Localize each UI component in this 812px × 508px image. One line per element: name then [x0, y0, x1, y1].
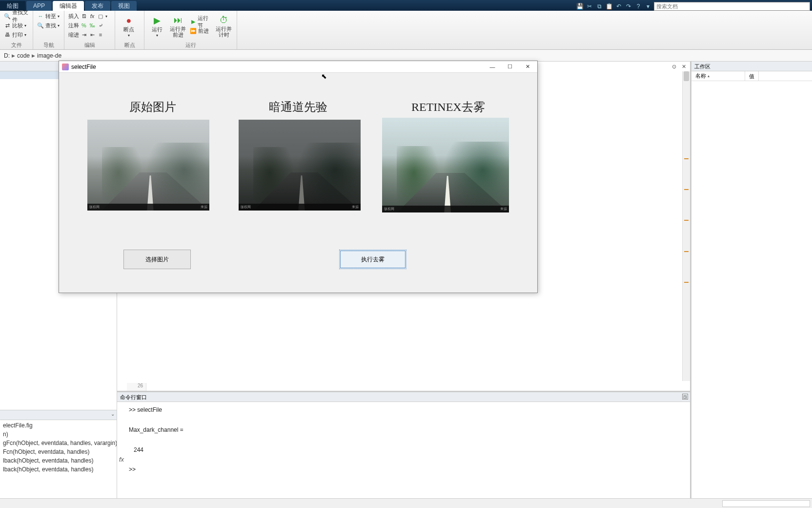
- find-files-button[interactable]: 🔍查找文件: [3, 12, 30, 21]
- chevron-right-icon: ▶: [12, 53, 15, 58]
- copy-icon[interactable]: ⧉: [595, 2, 603, 10]
- image-original: 版权网来源: [87, 120, 209, 211]
- workspace-panel: 工作区 名称▴ 值: [690, 62, 812, 508]
- uncomment-icon[interactable]: ‰: [89, 22, 96, 29]
- figure-content: 原始图片 暗通道先验 RETINEX去雾 版权网来源 版权网来源 版权网来源 选…: [59, 73, 537, 293]
- tab-app[interactable]: APP: [26, 1, 52, 11]
- path-seg-0[interactable]: D:: [4, 52, 10, 59]
- tab-publish[interactable]: 发布: [85, 1, 110, 11]
- popout-icon[interactable]: ◳: [682, 394, 688, 400]
- cut-icon[interactable]: ✂: [586, 2, 593, 10]
- watermark: 来源: [201, 205, 207, 210]
- command-window: 命令行窗口◳ >> selectFile Max_dark_channel = …: [117, 391, 690, 508]
- run-advance-label: 运行并 前进: [170, 26, 186, 38]
- editor-popout-icon[interactable]: ⊙: [670, 63, 677, 70]
- insert-pic-icon[interactable]: 🖻: [81, 13, 87, 20]
- insert-button[interactable]: 插入 🖻 fx ▢▾: [67, 12, 108, 21]
- scrollbar-thumb[interactable]: [684, 71, 689, 81]
- chevron-down-icon[interactable]: ⌄: [111, 411, 115, 417]
- outline-item[interactable]: Fcn(hObject, eventdata, handles): [0, 447, 117, 456]
- print-button[interactable]: 🖶打印▾: [3, 30, 30, 39]
- tab-editor[interactable]: 编辑器: [53, 1, 84, 11]
- command-window-header: 命令行窗口◳: [117, 392, 690, 402]
- redo-icon[interactable]: ↷: [625, 2, 632, 10]
- indent-left-icon[interactable]: ⇤: [89, 31, 96, 38]
- editor-close-icon[interactable]: ✕: [680, 63, 687, 70]
- tab-view[interactable]: 视图: [111, 1, 137, 11]
- subplot-title-3: RETINEX去雾: [411, 99, 485, 115]
- smart-indent-icon[interactable]: ≡: [97, 31, 104, 38]
- command-window-body[interactable]: >> selectFile Max_dark_channel = 244 fx …: [117, 402, 690, 508]
- status-bar: [0, 498, 812, 508]
- workspace-col-value[interactable]: 值: [745, 71, 759, 81]
- print-label: 打印: [12, 31, 23, 39]
- run-label: 运行: [152, 26, 162, 33]
- help-icon[interactable]: ?: [634, 2, 642, 10]
- indent-label: 缩进: [68, 31, 79, 39]
- figure-titlebar[interactable]: selectFile — ☐ ✕: [59, 61, 537, 73]
- outline-item[interactable]: n): [0, 430, 117, 439]
- wrap-icon[interactable]: ⤶: [97, 22, 104, 29]
- cmd-line: >> selectFile: [129, 405, 685, 415]
- compare-button[interactable]: ⇄比较▾: [3, 21, 30, 30]
- outline-item[interactable]: gFcn(hObject, eventdata, handles, vararg…: [0, 439, 117, 447]
- outline-item[interactable]: lback(hObject, eventdata, handles): [0, 456, 117, 465]
- paste-icon[interactable]: 📋: [605, 2, 613, 10]
- save-icon[interactable]: 💾: [576, 2, 584, 10]
- watermark: 版权网: [384, 207, 394, 212]
- step-button[interactable]: ⏩前进: [189, 27, 213, 36]
- command-window-title: 命令行窗口: [120, 394, 147, 400]
- goto-label: 转至: [45, 13, 56, 20]
- editor-scrollbar[interactable]: [682, 71, 690, 381]
- group-run-label: 运行: [147, 41, 234, 49]
- run-advance-icon: ⏭: [173, 15, 183, 26]
- outline-item[interactable]: electFile.fig: [0, 421, 117, 430]
- ribbon: 🔍查找文件 ⇄比较▾ 🖶打印▾ 文件 ↔转至▾ 🔍查找▾ 导航 插入 🖻 fx …: [0, 11, 812, 50]
- insert-var-icon[interactable]: ▢: [97, 13, 104, 20]
- dropdown-icon[interactable]: ▾: [644, 2, 652, 10]
- undo-icon[interactable]: ↶: [615, 2, 623, 10]
- path-seg-2[interactable]: image-de: [37, 52, 61, 59]
- minimize-button[interactable]: —: [484, 62, 501, 72]
- comment-button[interactable]: 注释 % ‰ ⤶: [67, 21, 108, 30]
- search-docs-input[interactable]: [654, 2, 810, 11]
- workspace-header: 工作区: [691, 62, 812, 71]
- run-timer-label: 运行并 计时: [216, 26, 232, 38]
- run-dehaze-button[interactable]: 执行去雾: [339, 250, 406, 269]
- select-image-button[interactable]: 选择图片: [123, 250, 191, 269]
- breakpoint-button[interactable]: ●断点▾: [118, 12, 140, 41]
- compare-icon: ⇄: [4, 22, 11, 29]
- cmd-line: Max_dark_channel =: [129, 425, 685, 435]
- maximize-button[interactable]: ☐: [501, 62, 519, 72]
- run-button[interactable]: ▶运行▾: [147, 12, 167, 41]
- close-button[interactable]: ✕: [519, 62, 536, 72]
- comment-label: 注释: [68, 22, 79, 29]
- run-timer-icon: ⏱: [219, 15, 229, 26]
- workspace-col-name[interactable]: 名称▴: [691, 71, 745, 81]
- compare-label: 比较: [12, 22, 23, 29]
- run-section-icon: ▶: [190, 19, 196, 25]
- goto-button[interactable]: ↔转至▾: [36, 12, 61, 21]
- goto-icon: ↔: [37, 13, 44, 20]
- comment-icon[interactable]: %: [81, 22, 87, 29]
- indent-right-icon[interactable]: ⇥: [81, 31, 87, 38]
- insert-fx-icon[interactable]: fx: [89, 13, 96, 20]
- find-button[interactable]: 🔍查找▾: [36, 21, 61, 30]
- details-header: ⌄: [0, 410, 117, 420]
- find-files-icon: 🔍: [4, 13, 11, 20]
- group-nav-label: 导航: [36, 41, 61, 49]
- path-bar: D:▶ code▶ image-de: [0, 50, 812, 62]
- watermark: 来源: [352, 205, 359, 210]
- run-advance-button[interactable]: ⏭运行并 前进: [168, 12, 188, 41]
- run-section-button[interactable]: ▶运行节: [189, 18, 213, 26]
- cmd-prompt[interactable]: >>: [129, 465, 685, 474]
- details-pane: ⌄ electFile.fig n) gFcn(hObject, eventda…: [0, 410, 117, 508]
- cmd-line: 244: [129, 445, 685, 455]
- outline-item[interactable]: lback(hObject, eventdata, handles): [0, 465, 117, 474]
- fx-icon[interactable]: fx: [119, 454, 124, 465]
- indent-button[interactable]: 缩进 ⇥ ⇤ ≡: [67, 30, 108, 39]
- run-timer-button[interactable]: ⏱运行并 计时: [214, 12, 234, 41]
- subplot-title-1: 原始图片: [129, 99, 176, 115]
- path-seg-1[interactable]: code: [17, 52, 30, 59]
- run-icon: ▶: [152, 15, 162, 26]
